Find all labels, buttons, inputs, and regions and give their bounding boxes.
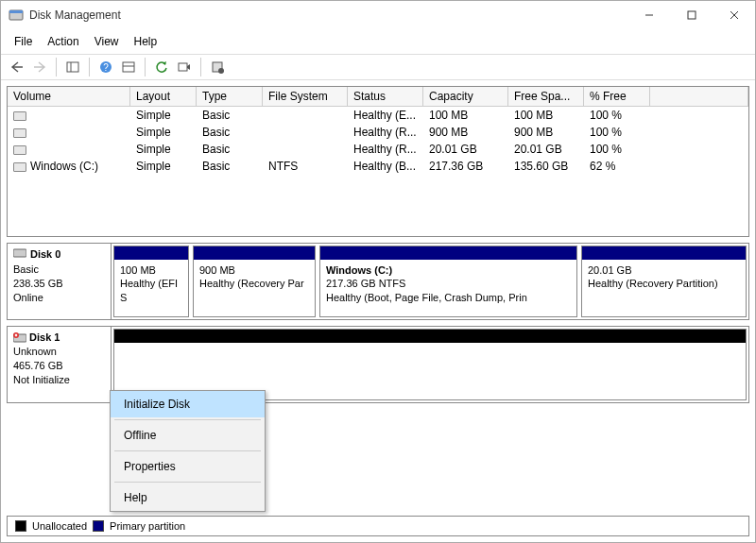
app-icon bbox=[9, 8, 24, 23]
disk-info-disk1[interactable]: Disk 1 Unknown 465.76 GB Not Initialize bbox=[8, 327, 112, 402]
forward-button[interactable] bbox=[29, 57, 50, 77]
toolbar: ? bbox=[1, 54, 755, 80]
menubar: File Action View Help bbox=[1, 29, 755, 54]
disk0-state: Online bbox=[13, 292, 43, 303]
minimize-button[interactable] bbox=[627, 1, 670, 29]
col-header-type[interactable]: Type bbox=[197, 87, 263, 106]
menu-file[interactable]: File bbox=[9, 33, 38, 50]
warning-icon bbox=[13, 331, 29, 343]
disk1-name: Disk 1 bbox=[29, 331, 60, 343]
disk1-size: 465.76 GB bbox=[13, 360, 63, 371]
disk0-part-recovery2[interactable]: 20.01 GB Healthy (Recovery Partition) bbox=[581, 246, 747, 317]
disk0-name: Disk 0 bbox=[30, 248, 60, 260]
context-menu: Initialize Disk Offline Properties Help bbox=[110, 390, 266, 512]
settings-list-button[interactable] bbox=[118, 57, 139, 77]
table-row[interactable]: SimpleBasicHealthy (R...20.01 GB20.01 GB… bbox=[8, 141, 748, 158]
menu-action[interactable]: Action bbox=[42, 33, 84, 50]
svg-rect-1 bbox=[9, 10, 23, 13]
disk0-partitions: 100 MB Healthy (EFI S 900 MB Healthy (Re… bbox=[112, 244, 748, 319]
legend-unallocated: Unallocated bbox=[32, 520, 87, 532]
drive-icon bbox=[13, 128, 26, 138]
ctx-properties[interactable]: Properties bbox=[111, 453, 265, 480]
disk1-type: Unknown bbox=[13, 346, 57, 357]
close-button[interactable] bbox=[713, 1, 755, 29]
disk0-part-windows-c[interactable]: Windows (C:) 217.36 GB NTFS Healthy (Boo… bbox=[319, 246, 577, 317]
disk-icon bbox=[13, 247, 26, 263]
col-header-freespace[interactable]: Free Spa... bbox=[508, 87, 584, 106]
menu-view[interactable]: View bbox=[89, 33, 125, 50]
drive-icon bbox=[13, 111, 26, 121]
drive-icon bbox=[13, 162, 26, 172]
table-row[interactable]: SimpleBasicHealthy (E...100 MB100 MB100 … bbox=[8, 107, 748, 124]
svg-text:?: ? bbox=[103, 62, 109, 73]
col-header-volume[interactable]: Volume bbox=[8, 87, 130, 106]
table-row[interactable]: SimpleBasicHealthy (R...900 MB900 MB100 … bbox=[8, 124, 748, 141]
properties-button[interactable] bbox=[207, 57, 228, 77]
disk0-size: 238.35 GB bbox=[13, 278, 63, 289]
disk-graphic-area: Disk 0 Basic 238.35 GB Online 100 MB Hea… bbox=[7, 243, 749, 403]
ctx-help[interactable]: Help bbox=[111, 484, 265, 511]
rescan-button[interactable] bbox=[174, 57, 195, 77]
disk0-part-efi[interactable]: 100 MB Healthy (EFI S bbox=[113, 246, 189, 317]
ctx-separator bbox=[114, 450, 261, 451]
disk1-state: Not Initialize bbox=[13, 374, 70, 385]
window-controls bbox=[627, 1, 755, 29]
svg-rect-6 bbox=[67, 62, 78, 72]
back-button[interactable] bbox=[7, 57, 27, 77]
show-hide-tree-button[interactable] bbox=[62, 57, 83, 77]
refresh-button[interactable] bbox=[151, 57, 172, 77]
col-header-filesystem[interactable]: File System bbox=[263, 87, 348, 106]
svg-rect-12 bbox=[179, 63, 187, 71]
svg-rect-10 bbox=[123, 62, 134, 72]
window-title: Disk Management bbox=[29, 8, 121, 22]
ctx-offline[interactable]: Offline bbox=[111, 422, 265, 449]
table-row[interactable]: Windows (C:)SimpleBasicNTFSHealthy (B...… bbox=[8, 158, 748, 175]
disk0-type: Basic bbox=[13, 263, 39, 275]
col-header-status[interactable]: Status bbox=[348, 87, 423, 106]
swatch-primary bbox=[93, 520, 104, 532]
svg-point-14 bbox=[218, 68, 224, 74]
swatch-unallocated bbox=[15, 520, 26, 532]
ctx-separator bbox=[114, 419, 261, 420]
col-header-pctfree[interactable]: % Free bbox=[584, 87, 650, 106]
volume-rows: SimpleBasicHealthy (E...100 MB100 MB100 … bbox=[8, 107, 748, 175]
drive-icon bbox=[13, 145, 26, 155]
ctx-initialize-disk[interactable]: Initialize Disk bbox=[111, 391, 265, 417]
legend-bar: Unallocated Primary partition bbox=[7, 516, 749, 536]
volume-list-panel: Volume Layout Type File System Status Ca… bbox=[7, 86, 749, 237]
disk-info-disk0[interactable]: Disk 0 Basic 238.35 GB Online bbox=[8, 244, 112, 319]
svg-rect-15 bbox=[13, 249, 26, 257]
ctx-separator bbox=[114, 482, 261, 483]
maximize-button[interactable] bbox=[670, 1, 713, 29]
col-header-layout[interactable]: Layout bbox=[130, 87, 197, 106]
titlebar: Disk Management bbox=[1, 1, 755, 29]
volume-list-header: Volume Layout Type File System Status Ca… bbox=[8, 87, 748, 107]
legend-primary: Primary partition bbox=[110, 520, 185, 532]
col-header-capacity[interactable]: Capacity bbox=[423, 87, 508, 106]
menu-help[interactable]: Help bbox=[129, 33, 163, 50]
svg-rect-3 bbox=[688, 11, 696, 19]
disk0-part-recovery1[interactable]: 900 MB Healthy (Recovery Par bbox=[193, 246, 316, 317]
help-button[interactable]: ? bbox=[95, 57, 116, 77]
disk-row-disk0[interactable]: Disk 0 Basic 238.35 GB Online 100 MB Hea… bbox=[7, 243, 749, 320]
